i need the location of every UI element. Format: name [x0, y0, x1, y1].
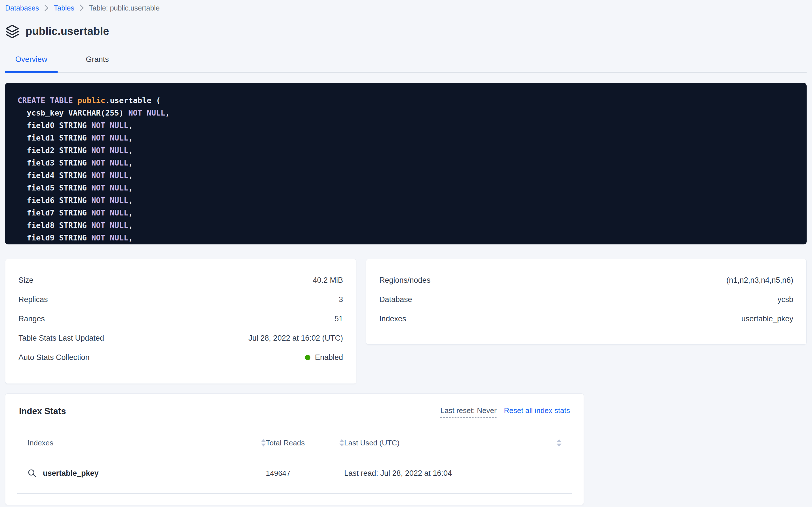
detail-row-stats-updated: Table Stats Last Updated Jul 28, 2022 at… — [18, 328, 343, 348]
sql-line: field3 STRING NOT NULL, — [17, 157, 794, 169]
sql-line: field0 STRING NOT NULL, — [17, 119, 794, 132]
detail-row-auto-stats: Auto Stats Collection Enabled — [18, 348, 343, 367]
search-icon — [27, 469, 37, 478]
table-details-page: Databases Tables Table: public.usertable… — [0, 0, 812, 505]
tab-overview[interactable]: Overview — [5, 51, 58, 73]
detail-row-indexes: Indexes usertable_pkey — [379, 309, 793, 328]
create-table-statement: CREATE TABLE public.usertable ( ycsb_key… — [5, 83, 807, 244]
index-name-link[interactable]: usertable_pkey — [27, 469, 266, 478]
detail-row-replicas: Replicas 3 — [18, 290, 343, 309]
status-dot-icon — [305, 355, 310, 360]
index-stats-header: Index Stats Last reset: Never Reset all … — [5, 406, 583, 419]
page-header: public.usertable — [5, 23, 807, 40]
sql-line: field4 STRING NOT NULL, — [17, 169, 794, 182]
status-badge: Enabled — [315, 353, 343, 362]
sql-line: field2 STRING NOT NULL, — [17, 144, 794, 157]
sort-arrows-icon — [339, 439, 344, 447]
sql-line: field5 STRING NOT NULL, — [17, 182, 794, 194]
breadcrumb-tables[interactable]: Tables — [54, 4, 74, 12]
table-row: usertable_pkey 149647 Last read: Jul 28,… — [17, 453, 572, 493]
tab-grants[interactable]: Grants — [76, 51, 119, 73]
sort-arrows-icon — [557, 439, 561, 447]
page-title: public.usertable — [25, 25, 109, 38]
tab-bar: Overview Grants — [5, 51, 807, 73]
table-details-card: Size 40.2 MiB Replicas 3 Ranges 51 Table… — [5, 259, 356, 384]
breadcrumb: Databases Tables Table: public.usertable — [5, 0, 807, 12]
detail-row-database: Database ycsb — [379, 290, 793, 309]
detail-row-regions: Regions/nodes (n1,n2,n3,n4,n5,n6) — [379, 271, 793, 290]
column-header-last-used[interactable]: Last Used (UTC) — [344, 439, 561, 447]
sql-line: CREATE TABLE public.usertable ( — [17, 94, 794, 107]
total-reads-value: 149647 — [266, 469, 344, 478]
last-reset-label: Last reset: Never — [440, 406, 497, 418]
table-location-card: Regions/nodes (n1,n2,n3,n4,n5,n6) Databa… — [366, 259, 807, 345]
index-stats-table-header: Indexes Total Reads Last Used (UTC) — [17, 433, 572, 453]
chevron-right-icon — [44, 4, 49, 12]
last-used-value: Last read: Jul 28, 2022 at 16:04 — [344, 469, 561, 478]
column-header-total-reads[interactable]: Total Reads — [266, 439, 344, 447]
sql-line: field6 STRING NOT NULL, — [17, 194, 794, 207]
column-header-indexes[interactable]: Indexes — [27, 439, 266, 447]
sql-line: field1 STRING NOT NULL, — [17, 132, 794, 144]
index-stats-table: Indexes Total Reads Last Used (UTC) — [17, 433, 572, 494]
table-row-divider — [17, 493, 572, 494]
detail-row-size: Size 40.2 MiB — [18, 271, 343, 290]
reset-index-stats-link[interactable]: Reset all index stats — [504, 406, 570, 415]
sql-line: ycsb_key VARCHAR(255) NOT NULL, — [17, 107, 794, 119]
breadcrumb-databases[interactable]: Databases — [5, 4, 39, 12]
detail-row-ranges: Ranges 51 — [18, 309, 343, 328]
index-stats-card: Index Stats Last reset: Never Reset all … — [5, 393, 584, 505]
layers-icon — [5, 24, 19, 38]
breadcrumb-current: Table: public.usertable — [89, 4, 160, 12]
index-stats-title: Index Stats — [19, 406, 66, 416]
chevron-right-icon — [79, 4, 84, 12]
sql-line: field8 STRING NOT NULL, — [17, 219, 794, 232]
sort-arrows-icon — [261, 439, 266, 447]
overview-cards: Size 40.2 MiB Replicas 3 Ranges 51 Table… — [5, 259, 807, 384]
sql-line: field9 STRING NOT NULL, — [17, 232, 794, 244]
sql-line: field7 STRING NOT NULL, — [17, 207, 794, 219]
